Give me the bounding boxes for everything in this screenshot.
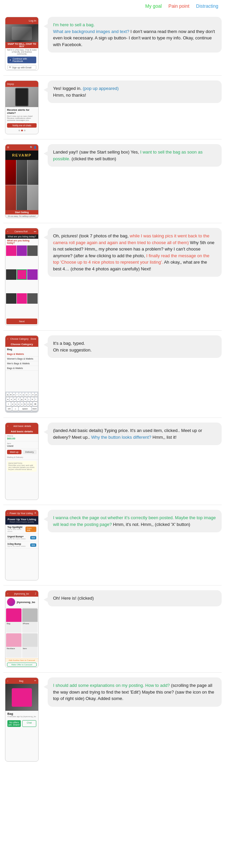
ss8-listing-1[interactable]: Bag (6, 609, 22, 633)
ss9-chat-button[interactable]: Chat (22, 720, 36, 727)
ss2-pagination (7, 130, 37, 131)
ss2-hero (5, 87, 38, 107)
ss7-3day-bump-sub: Up to 3x more views (7, 545, 26, 547)
ss8-listing-2[interactable]: iPhone (22, 609, 38, 633)
ss8-listing-4[interactable]: Item (22, 633, 38, 657)
ss5-key-g[interactable]: g (21, 397, 23, 401)
ss5-key-w[interactable]: w (9, 393, 12, 397)
ss5-key-s[interactable]: s (10, 397, 12, 401)
ss5-key-h[interactable]: h (24, 397, 27, 401)
ss5-key-b[interactable]: b (24, 402, 26, 406)
ss4-topbar: ‹ Camera Roll ••• (5, 228, 38, 234)
ss3-sell-bar[interactable]: Start Selling (5, 210, 38, 215)
ss5-bag-title: Bag (5, 347, 38, 352)
bubble-6: (landed Add basic details) Typing price.… (48, 423, 222, 445)
ss7-topbar: ‹ Power Up Your Listing ✕ (5, 510, 38, 516)
ss5-key-l[interactable]: l (35, 397, 37, 401)
ss2-notify-button[interactable]: Notify me of chats (7, 123, 37, 128)
ss4-next-button[interactable]: Next (6, 318, 37, 324)
ss9-title-bar: Bag (19, 680, 23, 682)
ss1-email-button[interactable]: ✉ Sign up with Email (7, 65, 36, 70)
ss4-photo-7[interactable] (6, 293, 16, 304)
ss5-key-e[interactable]: e (13, 393, 15, 397)
ss5-key-f[interactable]: f (17, 397, 20, 401)
ss6-topbar: ‹ Add basic details (5, 423, 38, 429)
bubble-9-green: I should add some explanations on my pos… (53, 683, 170, 688)
ss5-key-m[interactable]: m (30, 402, 32, 406)
ss9-details: Bag 4 minutes ago by jhyeonong_bo (5, 711, 38, 719)
ss5-key-i[interactable]: i (29, 393, 31, 397)
ss7-close[interactable]: ✕ (34, 512, 36, 515)
ss9-edit-icon[interactable]: ✏ (34, 679, 36, 682)
ss3-sell-sub: It's so easy, I'm selling a photo! (5, 215, 38, 218)
ss5-key-123[interactable]: 123 (6, 407, 12, 411)
ss5-key-y[interactable]: y (22, 393, 25, 397)
ss7-subtitle: Reach more buyers quickly (7, 521, 37, 523)
ss5-topbar: ‹ Choose Category Done (5, 336, 38, 342)
ss5-key-delete[interactable]: ⌫ (33, 402, 37, 406)
ss7-top-spotlight-btn[interactable]: From $$$ (26, 527, 36, 532)
ss5-key-j[interactable]: j (28, 397, 30, 401)
ss8-listing-3-title: Necklace (6, 647, 22, 650)
ss5-key-a[interactable]: a (6, 397, 9, 401)
ss4-photo-3[interactable] (27, 245, 38, 256)
ss5-key-r[interactable]: r (16, 393, 18, 397)
ss7-urgent-bump-btn[interactable]: $$$ (30, 536, 36, 539)
ss6-back: ‹ (7, 425, 8, 427)
ss4-photo-1[interactable] (6, 245, 16, 256)
ss5-item-2[interactable]: Women's Bags & Wallets (5, 356, 38, 361)
ss6-price-value[interactable]: $60.00 (7, 437, 37, 440)
ss9-offer-button[interactable]: No offers yet. Share! (7, 720, 21, 727)
ss4-photo-8[interactable] (17, 293, 27, 304)
ss5-done-button[interactable]: Done (31, 338, 36, 340)
ss5-item-4[interactable]: Bags & Wallets (5, 366, 38, 371)
ss6-meetup-btn[interactable]: Meet up (7, 450, 22, 454)
screenshot-4: ‹ Camera Roll ••• What are you listing t… (3, 228, 40, 326)
ss5-key-p[interactable]: p (35, 393, 37, 397)
ss4-photo-9[interactable] (27, 293, 38, 304)
ss4-photo-6[interactable] (27, 269, 38, 280)
ss5-key-n[interactable]: n (27, 402, 29, 406)
ss5-key-space[interactable]: space (19, 407, 31, 411)
ss5-key-o[interactable]: o (32, 393, 34, 397)
ss6-price-field: PRICE $60.00 (5, 434, 38, 441)
ss7-3day-bump-btn[interactable]: $$$ (30, 544, 36, 547)
ss5-key-u[interactable]: u (25, 393, 28, 397)
ss8-avatar (7, 598, 15, 606)
ss5-key-k[interactable]: k (31, 397, 34, 401)
legend-pain-point: Pain point (168, 3, 189, 9)
ss1-login: Log In (29, 19, 36, 22)
ss6-description-placeholder[interactable]: Describe your item and add any relevant … (8, 464, 35, 470)
ss5-key-z[interactable]: z (11, 402, 14, 406)
row-3: ☰ 🔍 👤 REVAMP Start Selling It's so easy,… (0, 140, 225, 223)
ss5-key-emoji[interactable]: ☺ (12, 407, 18, 411)
bubble-6-text2: Hmm,, list it! (152, 435, 177, 440)
ss5-key-shift[interactable]: ⇧ (6, 402, 11, 406)
bubble-2-blue: (pop up appeared) (83, 86, 118, 91)
ss3-cell-2 (16, 160, 27, 185)
ss5-key-v[interactable]: v (21, 402, 23, 406)
bubble-5: It's a bag, typed.Oh nice suggestion. (48, 335, 222, 358)
ss8-add-carousel-button[interactable]: Add Another Item to Carousel (5, 658, 38, 662)
ss8-share: ⤴ (35, 593, 36, 595)
ss5-key-d[interactable]: d (13, 397, 16, 401)
ss5-key-return[interactable]: return (32, 407, 37, 411)
ss8-make-offer-button[interactable]: Make Offer to Carousel (7, 662, 37, 666)
ss6-header-title: Add basic details (13, 425, 31, 427)
ss4-photo-2[interactable] (17, 245, 27, 256)
ss4-photo-5[interactable] (17, 269, 27, 280)
ss6-delivery-btn[interactable]: Delivery (23, 450, 37, 454)
ss5-item-1[interactable]: Bags & Wallets (5, 352, 38, 356)
ss8-listing-3[interactable]: Necklace (6, 633, 22, 657)
ss5-key-t[interactable]: t (19, 393, 22, 397)
ss4-photo-4[interactable] (6, 269, 16, 280)
ss5-key-q[interactable]: q (6, 393, 9, 397)
ss1-facebook-button[interactable]: f Continue with Facebook (7, 57, 36, 63)
ss2-topbar-label: Depop (7, 83, 14, 85)
ss6-item-value[interactable]: Used (7, 444, 37, 447)
ss5-key-c[interactable]: c (17, 402, 20, 406)
ss5-key-x[interactable]: x (14, 402, 17, 406)
ss8-listing-2-image (22, 609, 38, 622)
ss8-listing-3-image (6, 633, 22, 647)
ss5-item-3[interactable]: Men's Bags & Wallets (5, 361, 38, 366)
